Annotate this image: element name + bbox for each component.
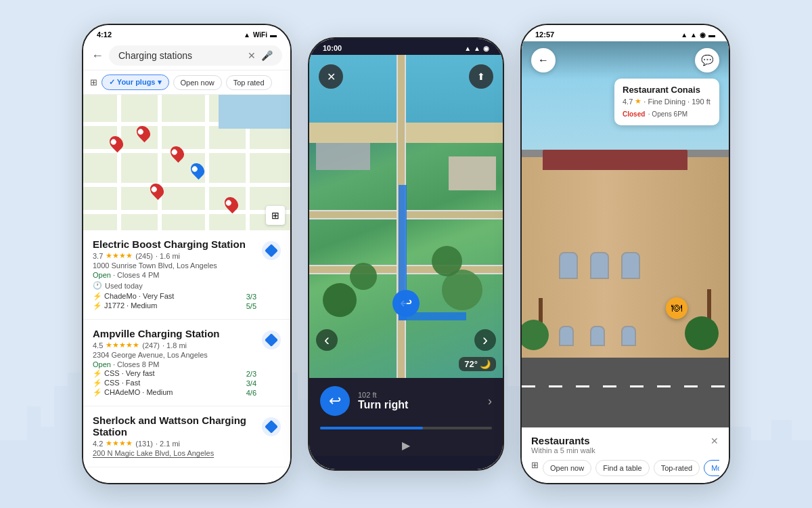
bottom-panel-close[interactable]: ✕: [707, 433, 722, 448]
progress-bar-container: [309, 424, 503, 435]
map-water: [219, 95, 290, 129]
place-marker[interactable]: 🍽: [666, 297, 687, 319]
aerial-parking: [449, 156, 496, 190]
more-chip[interactable]: More: [704, 460, 719, 476]
next-step-button[interactable]: ›: [474, 329, 496, 351]
moon-icon: 🌙: [480, 359, 491, 369]
bottom-filter-icon[interactable]: ⊞: [531, 460, 539, 476]
nav-diamond-icon-2: [265, 333, 278, 347]
map-road: [205, 95, 209, 230]
nav-path-horizontal: [399, 312, 466, 320]
phone-1-status-icons: ▲ WiFi ▬: [244, 31, 277, 39]
clear-icon[interactable]: ✕: [248, 50, 256, 61]
phone-3-status-bar: 12:57 ▲ ▲ ◉ ▬: [522, 25, 729, 41]
result-stars-3: ★★★★: [106, 439, 133, 448]
map-pin-2[interactable]: [134, 123, 153, 142]
result-distance-2: · 1.8 mi: [162, 341, 187, 350]
map-road: [83, 210, 290, 214]
find-table-chip[interactable]: Find a table: [595, 460, 649, 476]
turn-text: 102 ft Turn right: [358, 391, 408, 411]
place-card[interactable]: Restaurant Conais 4.7 ★ · Fine Dining · …: [614, 79, 719, 125]
sv-palm-tree: [700, 289, 719, 350]
turn-direction-icon: ↩: [320, 386, 350, 416]
nav-button-3[interactable]: [262, 417, 281, 436]
play-icon: ▶: [402, 439, 410, 452]
charger-avail-1b: 5/5: [246, 302, 256, 310]
result-rating-value-3: 4.2: [93, 440, 103, 448]
top-rated-filter[interactable]: Top rated: [226, 75, 272, 90]
search-input-box[interactable]: Charging stations ✕ 🎤: [109, 45, 282, 66]
map-background: ⊞: [83, 95, 290, 230]
phone-2-screen: 10:00 ▲ ▲ ◉: [309, 39, 503, 469]
search-bar: ← Charging stations ✕ 🎤: [83, 41, 290, 70]
map-layers-button[interactable]: ⊞: [266, 206, 285, 225]
aerial-building: [316, 143, 370, 170]
result-item-3[interactable]: Sherlock and Wattson Charging Station 4.…: [83, 406, 290, 467]
aerial-view: ↩ ✕ ⬆ 72° 🌙: [309, 55, 503, 378]
expand-chevron[interactable]: ›: [488, 394, 492, 408]
sv-road: [522, 358, 729, 427]
open-now-filter[interactable]: Open now: [173, 75, 222, 90]
bottom-panel-title: Restaurants: [531, 435, 719, 446]
sv-back-button[interactable]: ←: [531, 48, 556, 72]
charger-row-2a: ⚡ CSS · Very fast 2/3: [93, 369, 256, 378]
result-rating-3: 4.2 ★★★★ (131) · 2.1 mi: [93, 439, 256, 448]
top-rated-chip[interactable]: Top-rated: [654, 460, 700, 476]
charger-avail-2c: 4/6: [246, 389, 256, 397]
result-review-count-2: (247): [142, 341, 160, 350]
result-review-count-1: (245): [135, 252, 153, 260]
nav-button-2[interactable]: [262, 331, 281, 350]
result-rating-1: 3.7 ★★★★ (245) · 1.6 mi: [93, 251, 256, 260]
result-info-3: Sherlock and Wattson Charging Station 4.…: [93, 415, 256, 459]
result-distance-3: · 2.1 mi: [156, 440, 180, 448]
phone-3-status-icons: ▲ ▲ ◉ ▬: [681, 31, 715, 39]
sv-chat-button[interactable]: 💬: [695, 48, 719, 72]
open-now-chip[interactable]: Open now: [543, 460, 591, 476]
turn-street: Turn right: [358, 399, 408, 411]
place-category: · Fine Dining · 190 ft: [644, 98, 710, 106]
share-button[interactable]: ⬆: [469, 64, 493, 89]
aerial-tree-1: [323, 283, 357, 317]
nav-button-1[interactable]: [262, 241, 281, 260]
aerial-tree-2: [350, 263, 377, 290]
result-rating-value-2: 4.5: [93, 341, 103, 350]
result-open-1: Open · Closes 4 PM: [93, 271, 256, 279]
place-opens-at: · Opens 6PM: [648, 110, 687, 118]
charger-row-1b: ⚡ J1772 · Medium 5/5: [93, 301, 256, 310]
turn-distance: 102 ft: [358, 391, 408, 399]
play-button[interactable]: ▶: [309, 435, 503, 456]
back-button[interactable]: ←: [91, 49, 104, 63]
place-closed-label: Closed: [623, 110, 645, 118]
place-star-icon: ★: [635, 97, 641, 106]
phones-container: 4:12 ▲ WiFi ▬ ← Charging stations ✕ 🎤: [82, 24, 730, 484]
sv-tree-left: [532, 298, 549, 350]
sv-window-5: [590, 326, 605, 346]
place-card-name: Restaurant Conais: [623, 85, 711, 95]
charger-row-1a: ⚡ ChadeMo · Very Fast 3/3: [93, 292, 256, 301]
result-rating-value-1: 3.7: [93, 252, 103, 260]
result-item-1[interactable]: Electric Boost Charging Station 3.7 ★★★★…: [83, 230, 290, 320]
charger-type-2c: ⚡ CHAdeMO · Medium: [93, 388, 173, 397]
result-distance-1: · 1.6 mi: [156, 252, 180, 260]
result-address-2: 2304 George Avenue, Los Angeles: [93, 351, 256, 359]
place-rating-value: 4.7: [623, 98, 633, 106]
bottom-panel: ✕ Restaurants Within a 5 min walk ⊞ Open…: [522, 427, 729, 483]
result-item-2[interactable]: Ampville Charging Station 4.5 ★★★★★ (247…: [83, 320, 290, 406]
map-road: [158, 95, 162, 230]
charger-type-1b: ⚡ J1772 · Medium: [93, 301, 157, 310]
temperature-badge: 72° 🌙: [459, 357, 496, 371]
your-plugs-filter[interactable]: ✓ Your plugs ▾: [102, 75, 169, 90]
prev-step-button[interactable]: ‹: [316, 329, 338, 351]
close-nav-button[interactable]: ✕: [319, 64, 343, 89]
result-info-2: Ampville Charging Station 4.5 ★★★★★ (247…: [93, 328, 256, 398]
map-pin-3[interactable]: [168, 144, 187, 163]
charger-type-1a: ⚡ ChadeMo · Very Fast: [93, 292, 174, 301]
phone-1-screen: 4:12 ▲ WiFi ▬ ← Charging stations ✕ 🎤: [83, 25, 290, 483]
filter-settings-icon[interactable]: ⊞: [90, 77, 97, 87]
charger-type-2b: ⚡ CSS · Fast: [93, 379, 140, 387]
aerial-tree-4: [432, 246, 462, 276]
map-pin-selected[interactable]: [188, 161, 207, 179]
phone-3: 12:57 ▲ ▲ ◉ ▬: [520, 24, 730, 484]
map-area[interactable]: ⊞: [83, 95, 290, 230]
mic-icon[interactable]: 🎤: [261, 50, 273, 61]
